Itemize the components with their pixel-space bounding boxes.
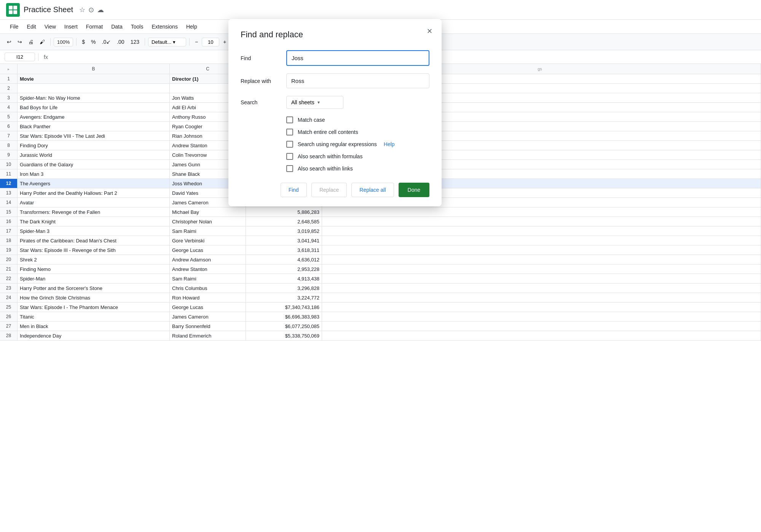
done-button[interactable]: Done xyxy=(399,183,429,197)
cell-movie[interactable]: Guardians of the Galaxy xyxy=(18,160,170,169)
cell-movie[interactable]: Avengers: Endgame xyxy=(18,112,170,121)
cell-movie[interactable]: Movie xyxy=(18,74,170,83)
regex-checkbox[interactable] xyxy=(286,141,293,148)
table-row[interactable]: 16The Dark KnightChristopher Nolan2,648,… xyxy=(0,217,761,226)
table-row[interactable]: 15Transformers: Revenge of the FallenMic… xyxy=(0,207,761,217)
cell-value[interactable]: 4,913,438 xyxy=(246,274,322,283)
match-cell-checkbox[interactable] xyxy=(286,129,293,135)
cell-value[interactable]: 3,019,852 xyxy=(246,226,322,236)
cell-director[interactable]: Chris Columbus xyxy=(170,284,246,293)
cell-director[interactable]: Sam Raimi xyxy=(170,226,246,236)
currency-button[interactable]: $ xyxy=(80,37,87,46)
cell-movie[interactable]: Pirates of the Caribbean: Dead Man's Che… xyxy=(18,236,170,245)
menu-file[interactable]: File xyxy=(6,22,22,31)
menu-help[interactable]: Help xyxy=(182,22,201,31)
folder-icon[interactable]: ⊙ xyxy=(88,6,94,14)
zoom-selector[interactable]: 100% xyxy=(54,38,73,46)
cell-movie[interactable]: Black Panther xyxy=(18,122,170,131)
print-button[interactable]: 🖨 xyxy=(26,37,36,46)
cell-value[interactable]: 3,041,941 xyxy=(246,236,322,245)
find-input[interactable] xyxy=(286,50,429,66)
font-name-selector[interactable]: Default... ▾ xyxy=(148,38,186,46)
table-row[interactable]: 23Harry Potter and the Sorcerer's StoneC… xyxy=(0,284,761,293)
cell-value[interactable]: 3,296,828 xyxy=(246,284,322,293)
cell-movie[interactable]: The Dark Knight xyxy=(18,217,170,226)
cell-movie[interactable]: Shrek 2 xyxy=(18,255,170,264)
menu-data[interactable]: Data xyxy=(107,22,126,31)
cell-reference-box[interactable]: I12 xyxy=(5,53,35,61)
col-header-b[interactable]: B xyxy=(18,64,170,74)
cell-movie[interactable]: Harry Potter and the Deathly Hallows: Pa… xyxy=(18,188,170,198)
find-button[interactable]: Find xyxy=(281,183,307,197)
cell-value[interactable]: $6,696,383,983 xyxy=(246,312,322,321)
cell-value[interactable]: 3,224,772 xyxy=(246,293,322,302)
help-link[interactable]: Help xyxy=(384,141,395,147)
replace-input[interactable] xyxy=(286,73,429,88)
replace-button[interactable]: Replace xyxy=(311,183,347,197)
cell-director[interactable]: Christopher Nolan xyxy=(170,217,246,226)
star-icon[interactable]: ☆ xyxy=(79,6,85,14)
cell-movie[interactable]: Men in Black xyxy=(18,322,170,331)
cell-director[interactable]: Gore Verbinski xyxy=(170,236,246,245)
cell-movie[interactable]: Spider-Man 3 xyxy=(18,226,170,236)
menu-view[interactable]: View xyxy=(41,22,60,31)
search-dropdown[interactable]: All sheets ▾ xyxy=(286,96,343,109)
font-size-box[interactable]: 10 xyxy=(202,38,219,46)
cell-movie[interactable]: Spider-Man: No Way Home xyxy=(18,93,170,102)
cell-director[interactable]: Andrew Stanton xyxy=(170,264,246,274)
cell-movie[interactable]: Star Wars: Episode I - The Phantom Menac… xyxy=(18,303,170,312)
within-links-checkbox[interactable] xyxy=(286,165,293,172)
cell-value[interactable]: 3,618,311 xyxy=(246,245,322,255)
cell-movie[interactable]: Star Wars: Episode VIII - The Last Jedi xyxy=(18,131,170,140)
cell-movie[interactable]: Bad Boys for Life xyxy=(18,103,170,112)
table-row[interactable]: 26TitanicJames Cameron$6,696,383,983 xyxy=(0,312,761,322)
dialog-close-button[interactable]: ✕ xyxy=(423,25,436,37)
cell-director[interactable]: Barry Sonnenfeld xyxy=(170,322,246,331)
table-row[interactable]: 19Star Wars: Episode III - Revenge of th… xyxy=(0,245,761,255)
decimal-dec-button[interactable]: .0↙ xyxy=(100,37,113,46)
menu-insert[interactable]: Insert xyxy=(61,22,81,31)
cell-value[interactable]: $5,338,750,069 xyxy=(246,331,322,340)
cell-director[interactable]: Andrew Adamson xyxy=(170,255,246,264)
redo-button[interactable]: ↪ xyxy=(15,37,24,46)
cell-movie[interactable]: Finding Dory xyxy=(18,141,170,150)
undo-button[interactable]: ↩ xyxy=(5,37,14,46)
table-row[interactable]: 25Star Wars: Episode I - The Phantom Men… xyxy=(0,303,761,312)
cell-movie[interactable]: Star Wars: Episode III - Revenge of the … xyxy=(18,245,170,255)
cell-director[interactable]: Roland Emmerich xyxy=(170,331,246,340)
cell-movie[interactable]: Iron Man 3 xyxy=(18,169,170,178)
table-row[interactable]: 24How the Grinch Stole ChristmasRon Howa… xyxy=(0,293,761,303)
decimal-inc-button[interactable]: .00 xyxy=(115,37,126,46)
cell-director[interactable]: Michael Bay xyxy=(170,207,246,217)
format-123-button[interactable]: 123 xyxy=(128,37,142,46)
paint-format-button[interactable]: 🖌 xyxy=(37,37,47,46)
font-size-increase-button[interactable]: + xyxy=(221,37,228,46)
cell-movie[interactable]: Finding Nemo xyxy=(18,264,170,274)
table-row[interactable]: 20Shrek 2Andrew Adamson4,636,012 xyxy=(0,255,761,264)
percent-button[interactable]: % xyxy=(89,37,98,46)
replace-all-button[interactable]: Replace all xyxy=(351,183,394,197)
cell-movie[interactable]: Avatar xyxy=(18,198,170,207)
cell-director[interactable]: Ron Howard xyxy=(170,293,246,302)
cell-director[interactable]: Sam Raimi xyxy=(170,274,246,283)
cell-movie[interactable]: How the Grinch Stole Christmas xyxy=(18,293,170,302)
cell-movie[interactable]: Harry Potter and the Sorcerer's Stone xyxy=(18,284,170,293)
cell-value[interactable]: 4,636,012 xyxy=(246,255,322,264)
cell-value[interactable]: 2,953,228 xyxy=(246,264,322,274)
cell-movie[interactable]: Titanic xyxy=(18,312,170,321)
cell-movie[interactable]: Transformers: Revenge of the Fallen xyxy=(18,207,170,217)
menu-format[interactable]: Format xyxy=(82,22,107,31)
cloud-icon[interactable]: ☁ xyxy=(97,6,104,14)
table-row[interactable]: 28Independence DayRoland Emmerich$5,338,… xyxy=(0,331,761,341)
cell-director[interactable]: James Cameron xyxy=(170,312,246,321)
table-row[interactable]: 18Pirates of the Caribbean: Dead Man's C… xyxy=(0,236,761,245)
table-row[interactable]: 17Spider-Man 3Sam Raimi3,019,852 xyxy=(0,226,761,236)
table-row[interactable]: 27Men in BlackBarry Sonnenfeld$6,077,250… xyxy=(0,322,761,331)
table-row[interactable]: 21Finding NemoAndrew Stanton2,953,228 xyxy=(0,264,761,274)
menu-edit[interactable]: Edit xyxy=(23,22,40,31)
cell-movie[interactable]: Jurassic World xyxy=(18,150,170,159)
cell-movie[interactable]: The Avengers xyxy=(18,179,170,188)
cell-value[interactable]: 2,648,585 xyxy=(246,217,322,226)
cell-director[interactable]: George Lucas xyxy=(170,245,246,255)
cell-movie[interactable] xyxy=(18,84,170,93)
